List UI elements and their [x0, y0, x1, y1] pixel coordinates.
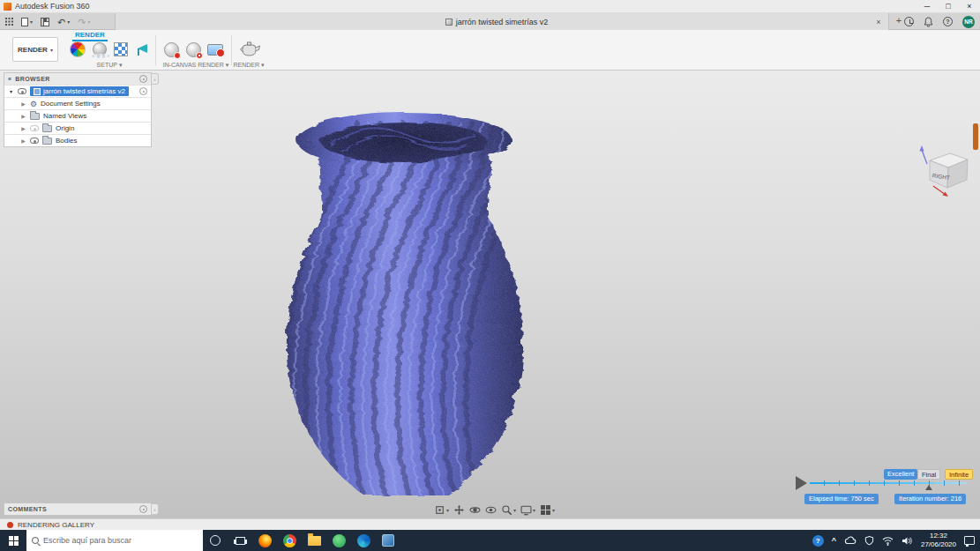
quality-badge-excellent[interactable]: Excellent	[884, 469, 917, 480]
browser-root-row[interactable]: ▾ jarrón twisted simetrías v2	[4, 85, 151, 97]
start-button[interactable]	[0, 530, 26, 551]
decal-button[interactable]	[133, 41, 151, 58]
render-group-dropdown[interactable]: RENDER ▾	[228, 60, 270, 70]
cortana-button[interactable]	[203, 530, 228, 551]
3d-viewport[interactable]: RIGHT « BROWSER › ▾	[0, 71, 980, 518]
cortana-icon	[210, 535, 221, 546]
close-button[interactable]: ×	[959, 0, 980, 13]
render-quality-slider-ticks	[810, 480, 967, 486]
appearance-button[interactable]	[69, 41, 86, 58]
capture-image-icon	[207, 44, 223, 56]
chevron-down-icon: ▾	[87, 19, 90, 25]
expand-collapsed-icon[interactable]: ▶	[20, 125, 26, 131]
scene-settings-button[interactable]	[91, 41, 108, 58]
app-grid-menu-button[interactable]	[5, 18, 13, 26]
texture-map-controls-button[interactable]	[112, 41, 130, 58]
in-canvas-render-stop-button[interactable]	[184, 41, 202, 58]
in-canvas-render-button[interactable]	[162, 41, 180, 58]
folder-icon	[42, 125, 52, 132]
expand-collapsed-icon[interactable]: ▶	[20, 101, 26, 107]
user-avatar[interactable]: NR	[962, 16, 975, 28]
file-menu-button[interactable]: ▾	[21, 18, 33, 26]
setup-group-dropdown[interactable]: SETUP ▾	[67, 60, 152, 70]
taskbar-search[interactable]	[26, 530, 203, 551]
redo-button[interactable]: ↷▾	[78, 18, 90, 26]
task-view-button[interactable]	[228, 530, 252, 551]
browser-row-named-views[interactable]: ▶ Named Views	[4, 109, 151, 122]
comments-panel-handle[interactable]: ›	[152, 503, 159, 515]
capture-image-button[interactable]	[206, 41, 224, 58]
browser-row-origin[interactable]: ▶ Origin	[4, 122, 151, 134]
firefox-taskbar-button[interactable]	[252, 530, 277, 551]
taskbar-clock[interactable]: 12:32 27/06/2020	[921, 532, 956, 549]
document-tab[interactable]: jarrón twisted simetrías v2 ×	[115, 13, 889, 30]
quality-badge-infinite[interactable]: Infinite	[945, 469, 973, 480]
zoom-button[interactable]: ▾	[501, 504, 516, 516]
minimize-button[interactable]: ─	[916, 0, 938, 13]
quality-badge-final[interactable]: Final	[917, 469, 940, 480]
close-tab-button[interactable]: ×	[873, 18, 884, 26]
notification-bell-icon[interactable]	[924, 17, 933, 27]
comments-panel-header[interactable]: COMMENTS	[4, 503, 151, 515]
pan-button[interactable]	[453, 504, 465, 516]
render-sphere-icon	[186, 42, 201, 57]
new-tab-button[interactable]: +	[893, 15, 905, 27]
look-at-eye-icon	[485, 504, 497, 516]
security-shield-icon[interactable]	[864, 535, 874, 546]
visibility-eye-icon[interactable]	[30, 138, 39, 144]
browser-item-label: Bodies	[56, 137, 77, 145]
setup-group-label: SETUP	[97, 62, 117, 68]
redo-icon: ↷	[78, 18, 86, 26]
maximize-button[interactable]: □	[938, 0, 959, 13]
file-explorer-taskbar-button[interactable]	[302, 530, 326, 551]
expand-collapsed-icon[interactable]: ▶	[20, 113, 26, 119]
onedrive-cloud-icon[interactable]	[844, 535, 857, 546]
browser-row-bodies[interactable]: ▶ Bodies	[4, 134, 151, 146]
workspace-selector-button[interactable]: RENDER ▾	[12, 37, 58, 62]
pan-icon	[453, 504, 465, 516]
edge-icon	[357, 534, 370, 547]
browser-root-selection[interactable]: jarrón twisted simetrías v2	[30, 86, 129, 96]
render-button[interactable]	[236, 41, 261, 58]
speaker-icon[interactable]	[901, 536, 913, 546]
render-quality-slider-marker[interactable]	[925, 485, 932, 490]
render-play-button[interactable]	[796, 476, 807, 490]
display-filter-icon[interactable]	[139, 505, 147, 513]
visibility-eye-icon[interactable]	[30, 125, 39, 131]
display-filter-icon[interactable]	[139, 75, 147, 83]
blue-app-taskbar-button[interactable]	[376, 530, 400, 551]
orbit-button[interactable]	[469, 504, 481, 516]
browser-panel-header: « BROWSER	[4, 73, 151, 85]
chevron-down-icon: ▾	[67, 19, 70, 25]
collapse-panel-button[interactable]: «	[8, 76, 11, 82]
chrome-taskbar-button[interactable]	[277, 530, 302, 551]
edge-taskbar-button[interactable]	[351, 530, 376, 551]
job-status-icon[interactable]	[904, 17, 914, 26]
undo-icon: ↶	[57, 18, 65, 26]
tray-expand-caret-icon[interactable]: ^	[832, 536, 836, 545]
fit-view-button[interactable]: ▾	[434, 504, 449, 516]
expand-open-icon[interactable]: ▾	[8, 88, 14, 94]
file-explorer-icon	[308, 536, 321, 546]
help-icon[interactable]: ?	[943, 17, 953, 26]
undo-button[interactable]: ↶▾	[57, 18, 70, 26]
grid-layout-button[interactable]: ▾	[540, 504, 555, 516]
green-app-taskbar-button[interactable]	[326, 530, 351, 551]
look-at-button[interactable]	[485, 504, 497, 516]
save-button[interactable]	[41, 18, 49, 26]
in-canvas-render-group-dropdown[interactable]: IN-CANVAS RENDER ▾	[157, 60, 235, 70]
wifi-icon[interactable]	[882, 536, 894, 546]
tray-help-icon[interactable]: ?	[812, 535, 824, 547]
window-title-bar: Autodesk Fusion 360 ─ □ ×	[0, 0, 980, 13]
browser-panel-handle[interactable]: ›	[152, 73, 159, 85]
browser-row-document-settings[interactable]: ▶ ⚙ Document Settings	[4, 97, 151, 109]
view-cube[interactable]: RIGHT	[917, 143, 976, 203]
vase-model[interactable]	[273, 100, 531, 507]
browser-item-label: Document Settings	[41, 100, 101, 108]
search-input[interactable]	[43, 536, 184, 545]
expand-collapsed-icon[interactable]: ▶	[20, 138, 26, 144]
display-settings-button[interactable]: ▾	[520, 504, 535, 516]
action-center-icon[interactable]	[964, 536, 975, 545]
visibility-eye-icon[interactable]	[18, 88, 26, 94]
display-filter-icon[interactable]	[139, 87, 147, 95]
